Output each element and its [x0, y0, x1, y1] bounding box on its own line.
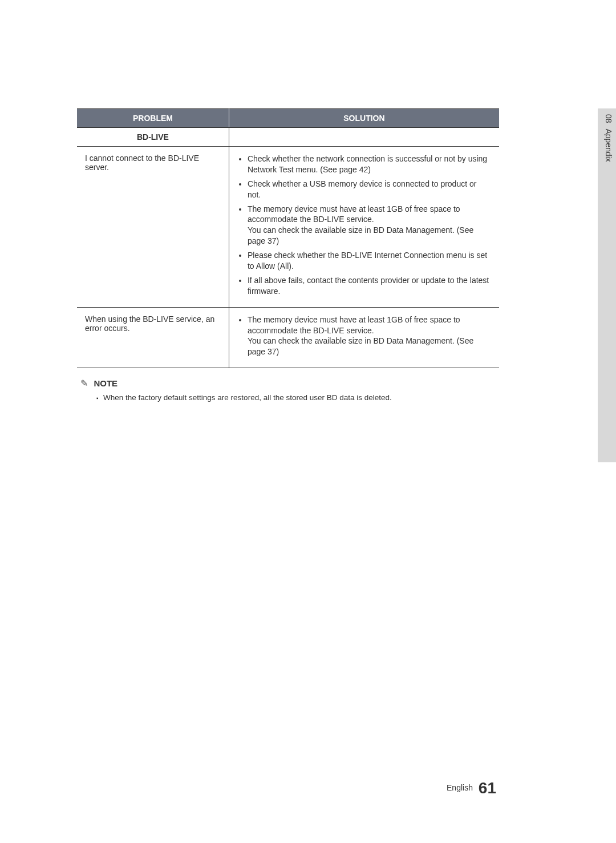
section-number: 08: [604, 114, 613, 123]
page-content: PROBLEM SOLUTION BD-LIVE I cannot connec…: [77, 108, 499, 402]
problem-cell-0: I cannot connect to the BD-LIVE server.: [77, 147, 229, 308]
note-section: ✎ NOTE When the factory default settings…: [77, 377, 499, 401]
solution-item: Check whether a USB memory device is con…: [248, 179, 491, 200]
header-problem: PROBLEM: [77, 109, 229, 128]
subhead-bdlive: BD-LIVE: [77, 128, 229, 147]
solution-item: If all above fails, contact the contents…: [248, 275, 491, 297]
solution-item: Check whether the network connection is …: [248, 154, 491, 175]
note-text: When the factory default settings are re…: [80, 393, 499, 402]
section-name: Appendix: [604, 128, 613, 162]
solution-item: The memory device must have at least 1GB…: [248, 204, 491, 247]
solution-cell-0: Check whether the network connection is …: [229, 147, 499, 308]
troubleshoot-table: PROBLEM SOLUTION BD-LIVE I cannot connec…: [77, 108, 499, 368]
solution-cell-1: The memory device must have at least 1GB…: [229, 307, 499, 368]
problem-cell-1: When using the BD-LIVE service, an error…: [77, 307, 229, 368]
note-title: NOTE: [94, 378, 117, 388]
solution-item: Please check whether the BD-LIVE Interne…: [248, 250, 491, 272]
subhead-empty: [229, 128, 499, 147]
footer-page: 61: [479, 779, 496, 797]
page-footer: English 61: [447, 779, 496, 797]
header-solution: SOLUTION: [229, 109, 499, 128]
solution-item: The memory device must have at least 1GB…: [248, 314, 491, 358]
side-label: 08 Appendix: [604, 114, 613, 162]
note-icon: ✎: [80, 378, 88, 389]
footer-lang: English: [447, 783, 473, 792]
